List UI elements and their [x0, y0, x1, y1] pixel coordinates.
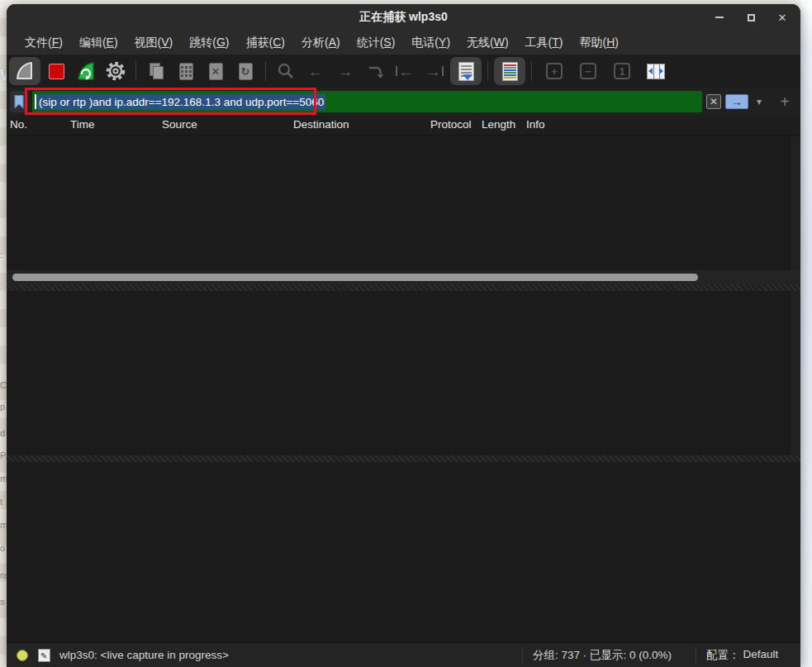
pane-splitter-bottom[interactable]	[7, 455, 800, 462]
statusbar-separator	[696, 647, 696, 663]
menu-view[interactable]: 视图(V)	[126, 33, 182, 53]
menu-analyze[interactable]: 分析(A)	[293, 33, 349, 53]
start-capture-button[interactable]	[9, 57, 40, 85]
close-file-button[interactable]: ✕	[205, 60, 226, 82]
background-text-fragment: o	[0, 543, 5, 553]
maximize-icon	[748, 14, 755, 21]
vertical-scrollbar-track[interactable]	[790, 136, 800, 270]
plus-icon: +	[780, 93, 790, 111]
menu-wireless[interactable]: 无线(W)	[458, 33, 517, 53]
chevron-down-icon: ▾	[757, 96, 762, 107]
expert-info-button[interactable]	[17, 650, 28, 661]
menu-tools[interactable]: 工具(T)	[517, 33, 572, 53]
auto-scroll-toggle[interactable]	[450, 57, 482, 85]
menu-edit[interactable]: 编辑(E)	[71, 33, 126, 53]
filter-bar: (sip or rtp )and ip.addr==192.168.1.3 an…	[7, 88, 800, 116]
bookmark-icon	[13, 94, 25, 109]
go-to-packet-button[interactable]	[364, 60, 386, 82]
pane-splitter-top[interactable]	[7, 284, 800, 291]
save-file-button[interactable]	[175, 60, 197, 82]
column-protocol[interactable]: Protocol	[430, 118, 472, 131]
column-info[interactable]: Info	[526, 118, 545, 131]
background-text-fragment: t	[0, 497, 2, 507]
display-filter-input[interactable]: (sip or rtp )and ip.addr==192.168.1.3 an…	[32, 91, 702, 112]
column-length[interactable]: Length	[482, 118, 515, 131]
profile-label: 配置：	[706, 648, 740, 663]
zoom-out-button[interactable]: −	[577, 60, 599, 82]
filter-apply-button[interactable]: →	[725, 94, 748, 109]
stop-icon	[49, 64, 64, 79]
search-icon	[277, 62, 295, 80]
zoom-in-icon: +	[546, 63, 563, 79]
colorize-toggle[interactable]	[494, 57, 525, 85]
go-last-button[interactable]: →	[424, 60, 445, 82]
background-text-fragment: :	[0, 250, 2, 260]
minimize-icon	[715, 17, 724, 18]
column-time[interactable]: Time	[70, 118, 95, 131]
zoom-original-button[interactable]: 1	[611, 60, 633, 82]
capture-options-button[interactable]	[105, 60, 126, 82]
capture-comment-button[interactable]: ✎	[38, 649, 50, 662]
stop-capture-button[interactable]	[45, 60, 67, 82]
status-bar: ✎ wlp3s0: <live capture in progress> 分组:…	[7, 642, 800, 667]
menu-go[interactable]: 跳转(G)	[181, 33, 237, 53]
colorize-icon	[502, 62, 518, 81]
horizontal-scrollbar[interactable]	[7, 270, 800, 284]
filter-add-button[interactable]: +	[776, 93, 793, 112]
background-text-fragment: s	[0, 597, 5, 607]
apply-arrow-icon: →	[731, 96, 743, 107]
zoom-in-button[interactable]: +	[544, 60, 565, 82]
menu-bar: 文件(F) 编辑(E) 视图(V) 跳转(G) 捕获(C) 分析(A) 统计(S…	[7, 31, 800, 55]
packet-list-body[interactable]	[7, 136, 800, 270]
profile-selector[interactable]: 配置： Default	[706, 648, 778, 663]
filter-clear-button[interactable]: ✕	[706, 94, 721, 109]
forward-arrow-icon: →	[338, 64, 354, 79]
packet-count-summary: 分组: 737 · 已显示: 0 (0.0%)	[533, 648, 672, 663]
filter-history-dropdown[interactable]: ▾	[753, 96, 766, 107]
toolbar-separator	[265, 61, 266, 81]
window-title: 正在捕获 wlp3s0	[7, 10, 800, 25]
open-file-icon	[147, 62, 165, 80]
close-icon: ✕	[778, 12, 787, 24]
resize-columns-button[interactable]	[645, 60, 667, 82]
menu-telephony[interactable]: 电话(Y)	[403, 33, 458, 53]
profile-value: Default	[743, 648, 779, 663]
open-file-button[interactable]	[145, 60, 167, 82]
background-text-fragment: d	[0, 428, 5, 438]
main-toolbar: ✕ ↻ ← → ←	[7, 55, 800, 88]
zoom-original-icon: 1	[614, 63, 630, 79]
background-text-fragment: p	[0, 402, 5, 412]
wireshark-fin-icon	[14, 60, 36, 82]
menu-statistics[interactable]: 统计(S)	[349, 33, 404, 53]
go-first-icon: ←	[396, 64, 414, 79]
menu-file[interactable]: 文件(F)	[17, 33, 71, 53]
packet-details-pane[interactable]	[7, 291, 800, 455]
horizontal-scrollbar-thumb[interactable]	[12, 274, 698, 281]
jump-arrow-icon	[366, 62, 384, 80]
packet-bytes-pane[interactable]	[7, 462, 800, 642]
restart-capture-button[interactable]	[75, 60, 97, 82]
column-source[interactable]: Source	[162, 118, 197, 131]
title-bar[interactable]: 正在捕获 wlp3s0 ✕	[7, 4, 800, 31]
back-arrow-icon: ←	[308, 64, 324, 79]
go-forward-button[interactable]: →	[335, 60, 356, 82]
minimize-button[interactable]	[713, 11, 726, 24]
menu-help[interactable]: 帮助(H)	[572, 33, 627, 53]
close-button[interactable]: ✕	[776, 11, 789, 24]
find-packet-button[interactable]	[275, 60, 297, 82]
filter-expression-text: (sip or rtp )and ip.addr==192.168.1.3 an…	[37, 94, 325, 110]
go-first-button[interactable]: ←	[394, 60, 415, 82]
resize-columns-icon	[647, 64, 665, 79]
go-last-icon: →	[425, 64, 444, 79]
toolbar-separator	[531, 61, 532, 81]
column-destination[interactable]: Destination	[293, 118, 349, 131]
go-back-button[interactable]: ←	[305, 60, 326, 82]
column-no[interactable]: No.	[10, 118, 27, 131]
reload-file-icon: ↻	[239, 63, 253, 80]
maximize-button[interactable]	[744, 11, 757, 24]
toolbar-separator	[487, 61, 488, 81]
reload-file-button[interactable]: ↻	[235, 60, 256, 82]
menu-capture[interactable]: 捕获(C)	[238, 33, 293, 53]
vertical-scrollbar-track[interactable]	[790, 291, 800, 455]
filter-bookmark-button[interactable]	[10, 91, 28, 112]
